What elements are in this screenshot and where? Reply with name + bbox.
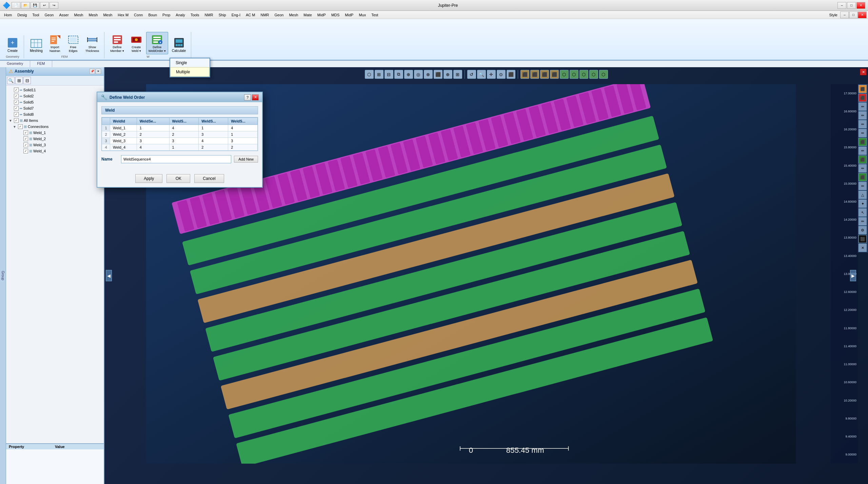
open-btn[interactable]: 📂 <box>21 2 30 9</box>
rt-btn-pencil8[interactable]: ✏ <box>859 217 867 225</box>
ribbon-minimize[interactable]: – <box>840 12 849 18</box>
ribbon-btn-show-thickness[interactable]: ShowThickness <box>83 32 102 54</box>
rt-btn-pencil6[interactable]: ✏ <box>859 164 867 172</box>
vp-btn-6[interactable]: ◎ <box>414 70 423 79</box>
table-row[interactable]: 4 Weld_4 4 1 2 2 <box>102 144 258 151</box>
add-new-btn[interactable]: Add New <box>234 156 258 163</box>
rt-btn-close-rt[interactable]: ✕ <box>859 244 867 252</box>
rt-btn-cursor2[interactable]: ↖ <box>859 208 867 217</box>
menu-mesh3[interactable]: Mesh <box>100 12 115 18</box>
menu-tools[interactable]: Tools <box>188 12 202 18</box>
menu-mux[interactable]: Mux <box>356 12 369 18</box>
sidebar-expand-btn[interactable]: ⊞ <box>15 77 23 84</box>
vp-btn-mesh5[interactable]: ⬡ <box>599 70 608 79</box>
vp-btn-zoom[interactable]: 🔍 <box>477 70 486 79</box>
apply-btn[interactable]: Apply <box>135 174 162 183</box>
menu-boun[interactable]: Boun <box>145 12 160 18</box>
ribbon-btn-define-weld-order[interactable]: ▼ DefineWeldOrder ▾ <box>146 32 168 54</box>
minimize-btn[interactable]: – <box>837 2 846 9</box>
menu-mate[interactable]: Mate <box>301 12 314 18</box>
checkbox-solid5[interactable] <box>14 100 19 105</box>
tree-item-weld1[interactable]: ⊞ Weld_1 <box>7 130 102 136</box>
ribbon-btn-create[interactable]: + Create <box>4 35 21 54</box>
menu-mesh4[interactable]: Mesh <box>286 12 301 18</box>
tree-item-solid11[interactable]: ▪▪ Solid11 <box>7 87 102 93</box>
ribbon-btn-create-weld[interactable]: CreateWeld ▾ <box>128 32 145 54</box>
rt-btn-pencil2[interactable]: ✏ <box>859 111 867 119</box>
cancel-btn[interactable]: Cancel <box>194 174 224 183</box>
tree-item-weld4[interactable]: ⊞ Weld_4 <box>7 148 102 154</box>
rt-btn-green3[interactable]: ⬛ <box>859 173 867 181</box>
vp-btn-mesh1[interactable]: ⬡ <box>560 70 569 79</box>
rt-btn-pencil3[interactable]: ✏ <box>859 120 867 128</box>
name-input[interactable] <box>121 155 231 163</box>
vp-btn-1[interactable]: ⬡ <box>365 70 374 79</box>
menu-geon[interactable]: Geon <box>42 12 57 18</box>
dropdown-single[interactable]: Single <box>170 58 210 67</box>
rt-btn-green2[interactable]: ⬛ <box>859 155 867 164</box>
save-btn[interactable]: 💾 <box>31 2 39 9</box>
rt-btn-red-sq[interactable]: ⬛ <box>859 94 867 102</box>
checkbox-solid2[interactable] <box>14 94 19 98</box>
ribbon-close[interactable]: ✕ <box>858 12 867 18</box>
menu-nmr1[interactable]: NMR <box>202 12 216 18</box>
tree-item-solid8[interactable]: ▪▪ Solid8 <box>7 111 102 117</box>
dialog-help-btn[interactable]: ? <box>244 94 251 100</box>
vp-btn-5[interactable]: ⊕ <box>404 70 413 79</box>
ok-btn[interactable]: OK <box>166 174 190 183</box>
undo-btn[interactable]: ↩ <box>40 2 49 9</box>
redo-btn[interactable]: ↪ <box>50 2 58 9</box>
menu-style[interactable]: Style <box>827 12 840 18</box>
ribbon-btn-define-member[interactable]: DefineMember ▾ <box>108 32 126 54</box>
menu-nmr2[interactable]: NMR <box>258 12 272 18</box>
menu-analy[interactable]: Analy <box>173 12 188 18</box>
tree-item-solid7[interactable]: ▪▪ Solid7 <box>7 105 102 111</box>
rt-btn-pencil1[interactable]: ✏ <box>859 103 867 111</box>
rt-btn-triangle[interactable]: △ <box>859 191 867 199</box>
menu-midp1[interactable]: MidP <box>315 12 329 18</box>
menu-acm[interactable]: AC M <box>243 12 258 18</box>
tree-item-solid5[interactable]: ▪▪ Solid5 <box>7 99 102 105</box>
table-row[interactable]: 1 Weld_1 1 4 1 4 <box>102 125 258 131</box>
tree-item-weld3[interactable]: ⊞ Weld_3 <box>7 142 102 148</box>
vp-btn-2[interactable]: ⊞ <box>375 70 383 79</box>
rt-btn-pencil7[interactable]: ✏ <box>859 182 867 190</box>
dialog-close-btn[interactable]: ✕ <box>252 94 259 100</box>
checkbox-connections[interactable] <box>18 124 23 129</box>
vp-btn-cube3[interactable]: ⬛ <box>540 70 549 79</box>
rt-btn-star[interactable]: ✦ <box>859 200 867 208</box>
vp-btn-10[interactable]: ⊞ <box>453 70 462 79</box>
menu-test[interactable]: Test <box>369 12 381 18</box>
sidebar-search-btn[interactable]: 🔍 <box>7 77 15 84</box>
vp-btn-rotate[interactable]: ↺ <box>467 70 476 79</box>
rt-btn-black[interactable]: ⬛ <box>859 235 867 243</box>
vp-btn-mesh3[interactable]: ⬡ <box>579 70 588 79</box>
checkbox-solid7[interactable] <box>14 106 19 111</box>
rt-btn-pencil5[interactable]: ✏ <box>859 147 867 155</box>
viewport-right-nav[interactable]: ▶ <box>850 270 856 281</box>
menu-mds[interactable]: MDS <box>329 12 342 18</box>
viewport-left-nav[interactable]: ◀ <box>106 270 112 281</box>
ribbon-btn-import[interactable]: ImportNastran <box>46 32 63 54</box>
ribbon-btn-calculate[interactable]: Calculate <box>170 35 189 54</box>
checkbox-weld1[interactable] <box>23 130 28 135</box>
vp-btn-3[interactable]: ⊟ <box>384 70 393 79</box>
define-weld-order-dialog[interactable]: 🔧 Define Weld Order ? ✕ Weld WeldId <box>97 92 263 188</box>
menu-midp2[interactable]: MidP <box>342 12 356 18</box>
checkbox-all-items[interactable] <box>14 118 19 123</box>
menu-engi[interactable]: Eng-I <box>229 12 243 18</box>
menu-asser[interactable]: Asser <box>56 12 71 18</box>
sidebar-pin-btn[interactable]: 📌 <box>90 69 95 74</box>
menu-ship[interactable]: Ship <box>216 12 229 18</box>
menu-hom[interactable]: Hom <box>1 12 15 18</box>
rt-btn-clover[interactable]: ⚙ <box>859 226 867 234</box>
sidebar-close-btn[interactable]: ✕ <box>96 69 101 74</box>
menu-geon2[interactable]: Geon <box>272 12 287 18</box>
close-btn[interactable]: ✕ <box>856 2 865 9</box>
new-btn[interactable]: 📄 <box>12 2 20 9</box>
table-row[interactable]: 3 Weld_3 3 3 4 3 <box>102 138 258 144</box>
vp-btn-cube4[interactable]: ⬛ <box>550 70 559 79</box>
checkbox-weld3[interactable] <box>23 143 28 147</box>
vp-btn-target[interactable]: ⊙ <box>497 70 506 79</box>
tree-item-all-items[interactable]: ▼ ⊞ All Items <box>7 117 102 124</box>
